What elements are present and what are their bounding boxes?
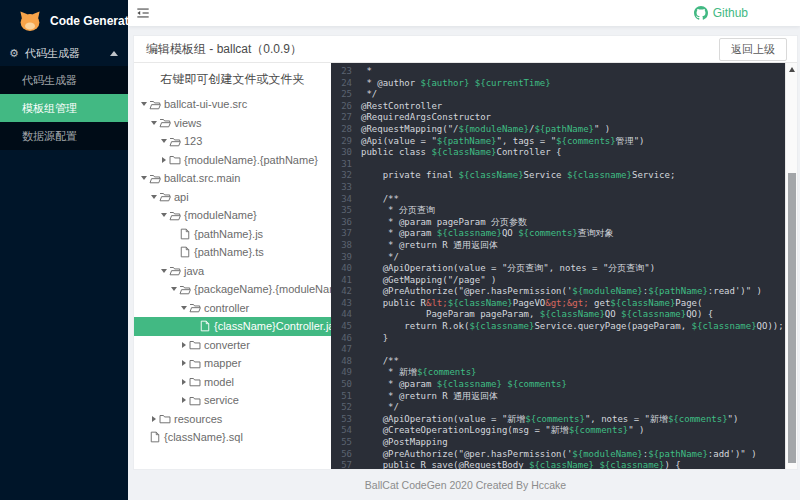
tree-node-label: {moduleName} <box>184 209 257 221</box>
code-line: 32 private final ${className}Service ${c… <box>336 170 785 182</box>
tree-node[interactable]: ballcat-ui-vue.src <box>134 95 331 114</box>
tree-node[interactable]: {className}.sql <box>134 428 331 447</box>
line-number: 24 <box>336 78 352 90</box>
tree-node-label: service <box>204 394 239 406</box>
tree-node[interactable]: {pathName}.js <box>134 225 331 244</box>
folder-open-icon <box>158 191 172 202</box>
folder-open-icon <box>168 136 182 147</box>
tree-node[interactable]: java <box>134 262 331 281</box>
tree-node[interactable]: model <box>134 373 331 392</box>
line-number: 25 <box>336 89 352 101</box>
github-label: Github <box>713 6 748 20</box>
sidebar-subitem-1[interactable]: 模板组管理 <box>0 94 128 122</box>
tree-node-label: model <box>204 376 234 388</box>
footer-credit: BallCat CodeGen 2020 Created By Hccake <box>133 470 798 500</box>
tree-node-label: {pathName}.js <box>194 228 263 240</box>
tree-node[interactable]: mapper <box>134 354 331 373</box>
tree-node[interactable]: views <box>134 114 331 133</box>
code-line: 46 } <box>336 333 785 345</box>
chevron-down-icon <box>179 306 188 310</box>
code-line: 53 @ApiOperation(value = "新增${comments}"… <box>336 414 785 426</box>
tree-node[interactable]: api <box>134 188 331 207</box>
tree-node-label: {packageName}.{moduleName} <box>194 283 331 295</box>
template-edit-card: 编辑模板组 - ballcat（0.0.9） 返回上级 右键即可创建文件或文件夹… <box>133 35 798 470</box>
line-number: 48 <box>336 356 352 368</box>
tree-node-label: java <box>184 265 204 277</box>
line-number: 51 <box>336 391 352 403</box>
folder-icon <box>188 358 202 369</box>
chevron-down-icon <box>139 102 148 106</box>
folder-icon <box>188 339 202 350</box>
sidebar-item-codegen-parent[interactable]: ⚙ 代码生成器 <box>0 40 128 66</box>
code-line: 40 @ApiOperation(value = "分页查询", notes =… <box>336 263 785 275</box>
line-number: 57 <box>336 460 352 469</box>
tree-node[interactable]: {pathName}.ts <box>134 243 331 262</box>
sidebar-subitem-2[interactable]: 数据源配置 <box>0 122 128 150</box>
code-editor[interactable]: 23 *24 * @author ${author} ${currentTime… <box>331 63 785 469</box>
code-line: 30public class ${className}Controller { <box>336 147 785 159</box>
github-link[interactable]: Github <box>694 6 748 20</box>
line-number: 30 <box>336 147 352 159</box>
folder-open-icon <box>178 284 192 295</box>
code-line: 44 PageParam pageParam, ${className}QO $… <box>336 309 785 321</box>
top-header: Github <box>128 0 800 26</box>
menu-fold-icon[interactable] <box>136 6 150 20</box>
sidebar-subitem-0[interactable]: 代码生成器 <box>0 66 128 94</box>
tree-node[interactable]: service <box>134 391 331 410</box>
line-number: 43 <box>336 298 352 310</box>
folder-open-icon <box>168 210 182 221</box>
code-line: 42 @PreAuthorize("@per.hasPermission('${… <box>336 286 785 298</box>
tree-node[interactable]: {moduleName}.{pathName} <box>134 151 331 170</box>
folder-open-icon <box>158 117 172 128</box>
code-line: 26@RestController <box>336 101 785 113</box>
line-number: 33 <box>336 182 352 194</box>
tree-node-label: 123 <box>184 135 202 147</box>
main-area: Github 编辑模板组 - ballcat（0.0.9） 返回上级 右键即可创… <box>128 0 800 500</box>
card-body: 右键即可创建文件或文件夹 ballcat-ui-vue.srcviews123{… <box>134 63 797 469</box>
tree-node-label: ballcat.src.main <box>164 172 240 184</box>
line-number: 40 <box>336 263 352 275</box>
chevron-right-icon <box>179 379 188 385</box>
tree-node-label: views <box>174 117 202 129</box>
tree-node-label: controller <box>204 302 249 314</box>
tree-node[interactable]: resources <box>134 410 331 429</box>
gear-icon: ⚙ <box>9 47 19 60</box>
line-number: 45 <box>336 321 352 333</box>
tree-node[interactable]: ballcat.src.main <box>134 169 331 188</box>
code-line: 49 * 新增${comments} <box>336 367 785 379</box>
line-number: 35 <box>336 205 352 217</box>
line-number: 55 <box>336 437 352 449</box>
back-to-parent-button[interactable]: 返回上级 <box>719 38 787 61</box>
tree-node[interactable]: converter <box>134 336 331 355</box>
code-line: 43 public R&lt;${className}PageVO&gt;&gt… <box>336 298 785 310</box>
line-number: 41 <box>336 275 352 287</box>
scroll-up-arrow-icon[interactable] <box>789 67 795 72</box>
line-number: 46 <box>336 333 352 345</box>
line-number: 28 <box>336 124 352 136</box>
scrollbar-thumb[interactable] <box>788 173 796 463</box>
code-line: 24 * @author ${author} ${currentTime} <box>336 78 785 90</box>
tree-node[interactable]: 123 <box>134 132 331 151</box>
code-line: 47 <box>336 344 785 356</box>
code-line: 25 */ <box>336 89 785 101</box>
tree-node[interactable]: {className}Controller.java <box>134 317 331 336</box>
app-logo: Code Generator <box>0 0 128 40</box>
chevron-down-icon <box>159 213 168 217</box>
code-line: 50 * @param ${classname} ${comments} <box>336 379 785 391</box>
line-number: 44 <box>336 309 352 321</box>
code-line: 35 * 分页查询 <box>336 205 785 217</box>
code-line: 52 */ <box>336 402 785 414</box>
code-line: 45 return R.ok(${classname}Service.query… <box>336 321 785 333</box>
line-number: 32 <box>336 170 352 182</box>
chevron-down-icon <box>149 195 158 199</box>
tree-node[interactable]: controller <box>134 299 331 318</box>
sidebar-submenu: 代码生成器模板组管理数据源配置 <box>0 66 128 150</box>
tree-node[interactable]: {packageName}.{moduleName} <box>134 280 331 299</box>
chevron-down-icon <box>169 287 178 291</box>
folder-open-icon <box>148 173 162 184</box>
tree-node[interactable]: {moduleName} <box>134 206 331 225</box>
line-number: 39 <box>336 252 352 264</box>
tree-node-label: mapper <box>204 357 241 369</box>
chevron-up-icon <box>110 51 118 56</box>
line-number: 36 <box>336 217 352 229</box>
